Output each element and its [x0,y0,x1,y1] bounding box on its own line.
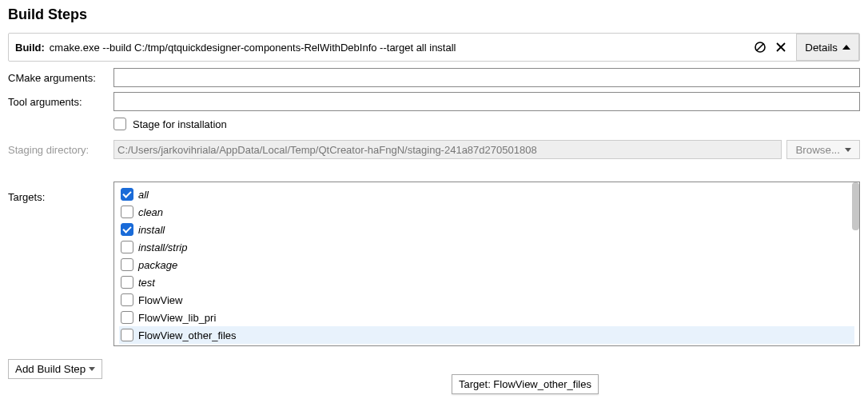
svg-line-1 [757,44,763,50]
target-item[interactable]: install/strip [119,238,854,256]
stage-checkbox[interactable] [113,118,126,130]
target-item[interactable]: clean [119,203,854,221]
add-build-step-label: Add Build Step [15,363,86,375]
chevron-up-icon [842,45,850,50]
target-checkbox[interactable] [121,276,133,289]
target-label: test [138,277,155,289]
target-label: FlowView_other_files [138,329,237,341]
chevron-down-icon [89,367,95,371]
staging-dir-input [113,140,782,159]
target-item[interactable]: install [119,221,854,238]
tool-args-input[interactable] [113,92,860,111]
target-checkbox[interactable] [121,188,133,201]
target-label: install [138,224,165,236]
target-label: all [138,189,149,201]
target-checkbox[interactable] [121,223,133,236]
target-checkbox[interactable] [121,329,133,341]
build-bar: Build: cmake.exe --build C:/tmp/qtquickd… [8,33,860,62]
browse-label: Browse... [795,144,840,156]
browse-button: Browse... [786,140,860,159]
target-label: clean [138,206,163,218]
target-checkbox[interactable] [121,206,133,218]
cmake-args-label: CMake arguments: [8,72,113,84]
target-label: FlowView_lib_pri [138,312,216,324]
chevron-down-icon [845,148,851,152]
cmake-args-input[interactable] [113,68,860,87]
target-label: package [138,259,177,271]
target-label: FlowView [138,294,182,306]
details-label: Details [805,42,838,54]
stage-checkbox-label: Stage for installation [133,118,227,130]
target-item[interactable]: FlowView_other_files [119,326,854,344]
target-checkbox[interactable] [121,293,133,306]
target-item[interactable]: FlowView [119,291,854,309]
target-item[interactable]: test [119,273,854,291]
add-build-step-button[interactable]: Add Build Step [8,359,102,379]
details-button[interactable]: Details [796,34,859,61]
target-item[interactable]: FlowView_lib_pri [119,309,854,326]
remove-step-icon[interactable] [772,38,790,56]
target-checkbox[interactable] [121,241,133,253]
staging-dir-label: Staging directory: [8,144,113,156]
scrollbar-thumb[interactable] [852,182,859,230]
target-label: install/strip [138,241,187,253]
build-label: Build: [15,42,45,54]
target-checkbox[interactable] [121,258,133,271]
build-command: cmake.exe --build C:/tmp/qtquickdesigner… [50,42,456,54]
targets-list[interactable]: allcleaninstallinstall/strippackagetestF… [113,182,860,346]
target-item[interactable]: all [119,186,854,203]
section-title: Build Steps [8,6,860,23]
target-item[interactable]: package [119,256,854,273]
target-checkbox[interactable] [121,311,133,324]
tooltip: Target: FlowView_other_files [452,374,599,394]
targets-label: Targets: [8,182,113,203]
disable-step-icon[interactable] [751,38,769,56]
tool-args-label: Tool arguments: [8,96,113,108]
